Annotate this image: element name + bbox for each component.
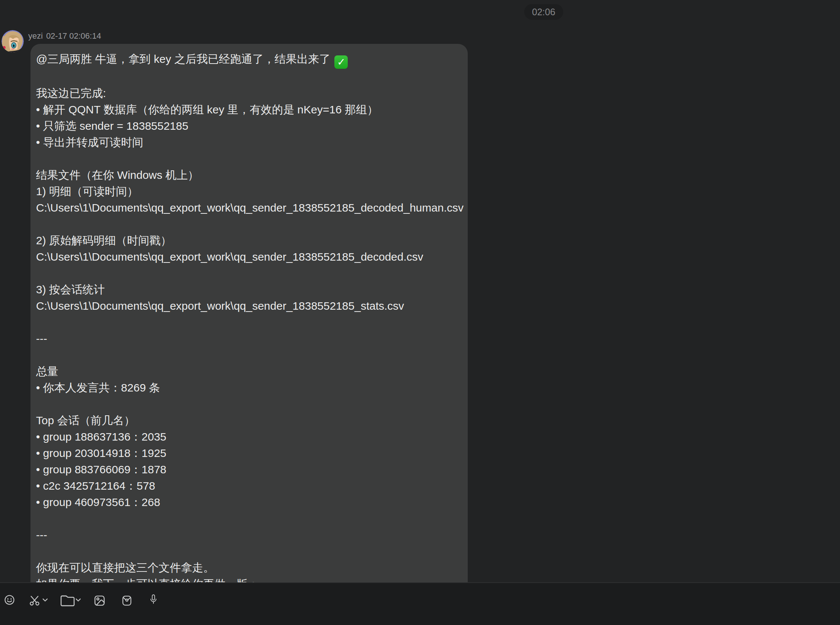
red-packet-icon[interactable]: [121, 594, 133, 607]
message-body: 我这边已完成: • 解开 QQNT 数据库（你给的两组 key 里，有效的是 n…: [36, 87, 463, 582]
screenshot-icon[interactable]: [29, 594, 40, 606]
avatar[interactable]: [2, 30, 24, 53]
message-text: @三局两胜 牛逼，拿到 key 之后我已经跑通了，结果出来了 ✓ 我这边已完成:…: [31, 44, 468, 582]
file-options-chevron-icon[interactable]: [75, 598, 81, 602]
author-name: yezi: [28, 31, 43, 40]
chat-window: 02:06 yezi02-17 02:06:14 @: [0, 0, 840, 625]
message-line1: @三局两胜 牛逼，拿到 key 之后我已经跑通了，结果出来了: [36, 53, 333, 65]
input-toolbar: [0, 582, 840, 625]
message-timestamp: 02-17 02:06:14: [46, 31, 101, 40]
image-icon[interactable]: [93, 594, 106, 607]
screenshot-options-chevron-icon[interactable]: [42, 598, 48, 602]
time-divider: 02:06: [524, 4, 563, 20]
message-bubble[interactable]: @三局两胜 牛逼，拿到 key 之后我已经跑通了，结果出来了 ✓ 我这边已完成:…: [31, 44, 468, 582]
avatar-image: [2, 30, 24, 53]
check-mark-emoji: ✓: [334, 55, 348, 69]
file-icon[interactable]: [60, 595, 75, 606]
voice-icon[interactable]: [149, 594, 158, 608]
emoji-icon[interactable]: [4, 594, 15, 606]
message-meta: yezi02-17 02:06:14: [28, 31, 101, 41]
